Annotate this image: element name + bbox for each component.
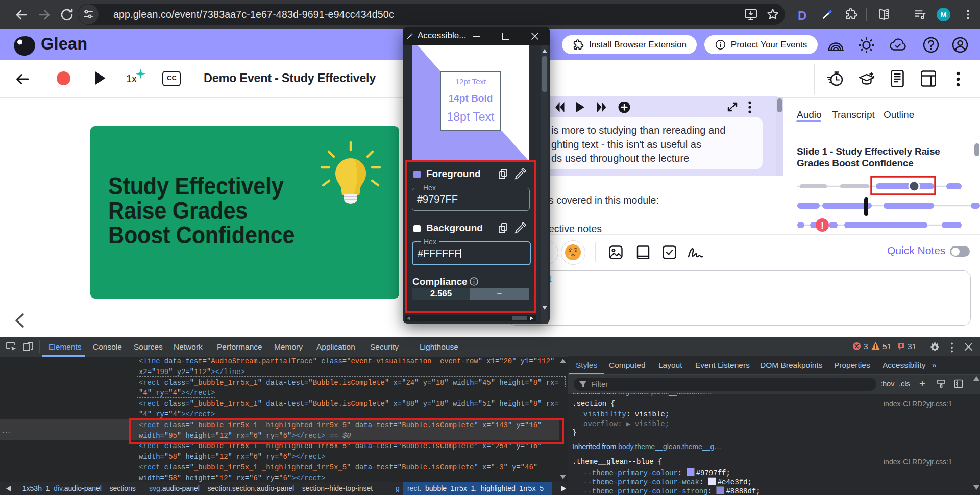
svg-text:!: !: [821, 220, 824, 231]
